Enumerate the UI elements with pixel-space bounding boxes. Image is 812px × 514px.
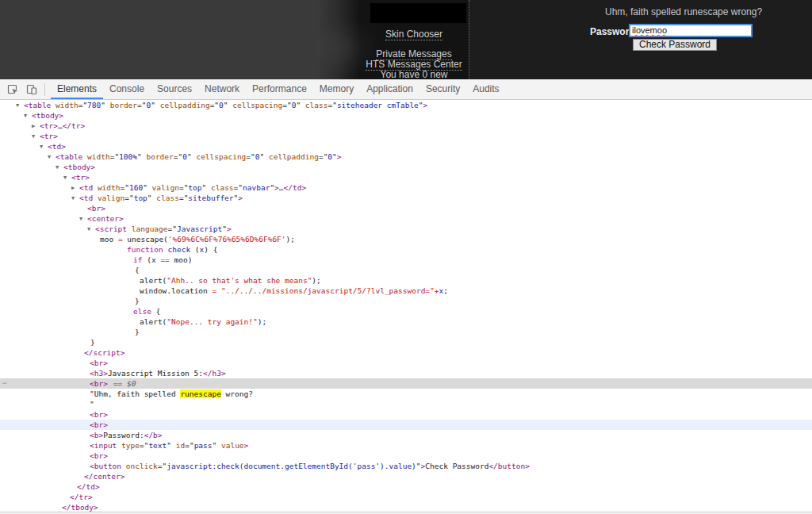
check-password-button[interactable]: Check Password	[633, 39, 717, 51]
private-messages-link[interactable]: Private Messages	[359, 48, 469, 59]
dom-segment: Password:	[103, 431, 144, 439]
dom-segment: );	[286, 235, 295, 244]
dom-segment: sitebuffer	[188, 194, 233, 202]
tab-console[interactable]: Console	[103, 79, 151, 99]
dom-tree-row[interactable]: function check (x) {	[0, 244, 812, 255]
dom-tree-row[interactable]: </tbody>	[0, 502, 812, 512]
dom-segment: cellspacing	[196, 152, 246, 161]
dom-segment: ="	[319, 152, 327, 161]
dom-tree-row[interactable]: ▼<table width="780" border="0" cellpaddi…	[0, 100, 812, 110]
dom-tree-row[interactable]: if (x == moo)	[0, 255, 812, 265]
dom-segment: <b>	[90, 431, 103, 439]
dom-tree-row[interactable]: </center>	[0, 471, 812, 481]
dom-tree-row[interactable]: <b>Password:</b>	[0, 430, 812, 440]
toolbar-divider	[44, 83, 45, 96]
dom-segment: {	[151, 307, 160, 316]
dom-segment: '%69%6C%6F%76%65%6D%6F%6F'	[168, 235, 286, 244]
dom-segment: {	[135, 266, 140, 274]
dom-tree-row[interactable]: alert("Ahh.. so that's what she means");	[0, 275, 812, 286]
dom-tree-row[interactable]: ▼<td valign="top" class="sitebuffer">	[0, 193, 812, 203]
dom-segment: cellspacing	[232, 101, 282, 109]
dom-tree-row[interactable]: }	[0, 296, 812, 306]
selected-node-marker: == $0	[113, 379, 136, 388]
dom-tree-row[interactable]: else {	[0, 306, 812, 316]
dom-tree-row[interactable]: window.location = "../../../missions/jav…	[0, 286, 812, 296]
dom-segment: <tbody>	[32, 111, 63, 120]
tab-elements[interactable]: Elements	[51, 79, 103, 99]
dom-segment: border	[110, 101, 137, 109]
dom-tree-row[interactable]: <br>	[0, 203, 812, 213]
dom-segment: type	[121, 441, 140, 450]
devtools-toolbar: ElementsConsoleSourcesNetworkPerformance…	[0, 79, 812, 100]
dom-tree-row[interactable]: ▼<td>	[0, 141, 812, 152]
dom-segment: </tbody>	[62, 503, 98, 512]
dom-segment: "	[167, 441, 175, 450]
dom-tree-row[interactable]: <br>	[0, 451, 812, 461]
hts-messages-center-link[interactable]: HTS Messages Center	[359, 59, 469, 70]
dom-tree-row[interactable]: <button onclick="javascript:check(docume…	[0, 461, 812, 471]
dom-segment: <center>	[87, 214, 124, 223]
dom-segment: </script>	[84, 348, 124, 357]
dom-segment: <br>	[90, 359, 108, 367]
dom-segment: ="	[137, 101, 146, 109]
dom-tree-row[interactable]: ▼<center>	[0, 213, 812, 224]
dom-tree-row[interactable]: <br>	[0, 409, 812, 420]
dom-tree-row[interactable]: </td>	[0, 481, 812, 492]
tab-sources[interactable]: Sources	[151, 79, 198, 99]
dom-tree-row[interactable]: moo = unescape('%69%6C%6F%76%65%6D%6F%6F…	[0, 234, 812, 244]
tab-memory[interactable]: Memory	[313, 79, 360, 99]
dom-tree-row[interactable]: ▼<script language="Javascript">	[0, 224, 812, 234]
tab-network[interactable]: Network	[198, 79, 246, 99]
dom-segment: }	[135, 297, 140, 305]
dom-segment: top	[134, 194, 147, 202]
password-input[interactable]: ilovemoo	[629, 24, 753, 37]
dom-tree-row[interactable]: "Uhm, faith spelled runescape wrong?	[0, 389, 812, 399]
tab-audits[interactable]: Audits	[466, 79, 505, 99]
dom-segment: "Ahh.. so that's what she means"	[167, 276, 312, 285]
dom-tree-row[interactable]: </tr>	[0, 492, 812, 502]
dom-tree-row[interactable]: ▼<table width="100%" border="0" cellspac…	[0, 152, 812, 162]
dom-tree-row[interactable]: ▼<tbody>	[0, 110, 812, 121]
dom-segment: >	[423, 101, 428, 109]
dom-tree-row[interactable]: alert("Nope... try again!");	[0, 316, 812, 327]
dom-tree-row[interactable]: "	[0, 399, 812, 409]
dom-tree-row[interactable]: }	[0, 327, 812, 337]
dom-segment: valign	[98, 194, 124, 202]
device-toolbar-icon[interactable]	[25, 83, 38, 96]
dom-tree-row[interactable]: <input type="text" id="pass" value>	[0, 440, 812, 451]
dom-tree-row[interactable]: ⋯<br>== $0	[0, 378, 812, 389]
dom-segment: </b>	[144, 431, 163, 439]
skin-banner-placeholder	[370, 3, 466, 23]
dom-segment: }	[135, 328, 140, 336]
dom-tree-row[interactable]: </script>	[0, 347, 812, 358]
dom-segment: moo	[100, 235, 118, 244]
dom-segment: ="	[110, 152, 119, 161]
dom-tree-row[interactable]: <h3>Javascript Mission 5:</h3>	[0, 368, 812, 378]
dom-segment: language	[132, 224, 168, 233]
dom-segment: <br>	[90, 451, 108, 460]
dom-tree-row[interactable]: }	[0, 337, 812, 347]
dom-tree-row[interactable]: ▶<td width="160" valign="top" class="nav…	[0, 182, 812, 193]
tab-performance[interactable]: Performance	[246, 79, 313, 99]
dom-tree-row[interactable]: <br>	[0, 358, 812, 368]
dom-tree-row[interactable]: ▶<tr>…</tr>	[0, 121, 812, 131]
dom-segment: <tbody>	[63, 163, 95, 171]
dom-segment: else	[133, 307, 151, 316]
dom-tree-row[interactable]: <br>	[0, 420, 812, 430]
dom-tree-row[interactable]: ▼<tr>	[0, 131, 812, 141]
password-value: ilovemoo	[632, 25, 667, 35]
dom-segment: text	[148, 441, 167, 450]
dom-segment: ="	[158, 462, 167, 470]
tab-security[interactable]: Security	[419, 79, 466, 99]
dom-segment: </tr>	[70, 493, 93, 501]
dom-tree-row[interactable]: ▼<tbody>	[0, 162, 812, 172]
skin-chooser-link[interactable]: Skin Chooser	[359, 29, 469, 40]
inspect-element-icon[interactable]	[6, 83, 19, 96]
dom-segment: "	[296, 101, 304, 109]
dom-tree-row[interactable]: {	[0, 265, 812, 275]
dom-segment: ="	[210, 101, 219, 109]
dom-segment: "	[224, 101, 232, 109]
tab-application[interactable]: Application	[360, 79, 419, 99]
dom-segment: <button	[90, 462, 126, 470]
dom-tree-row[interactable]: ▼<tr>	[0, 172, 812, 182]
